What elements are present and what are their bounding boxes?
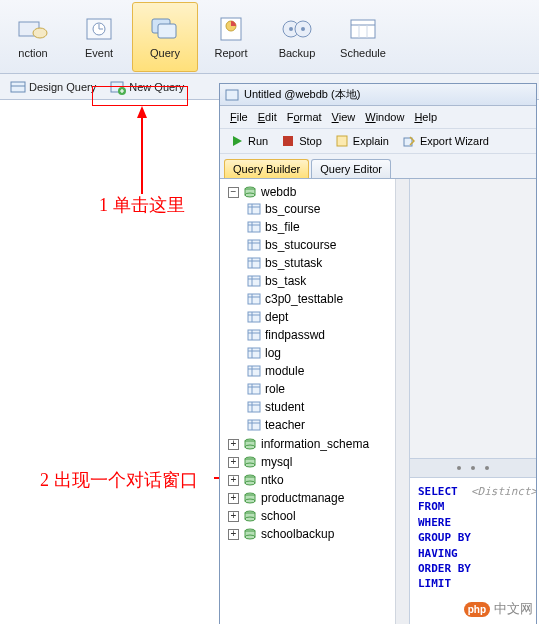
watermark-text: 中文网: [494, 600, 533, 618]
expand-icon[interactable]: +: [228, 457, 239, 468]
tab-query-editor[interactable]: Query Editor: [311, 159, 391, 178]
svg-rect-58: [248, 348, 260, 358]
toolbar-schedule[interactable]: Schedule: [330, 2, 396, 72]
db-schoolbackup[interactable]: +schoolbackup: [228, 526, 407, 542]
table-icon: [246, 255, 262, 271]
svg-rect-43: [248, 258, 260, 268]
svg-rect-14: [351, 20, 375, 38]
collapse-icon[interactable]: −: [228, 187, 239, 198]
svg-point-1: [33, 28, 47, 38]
svg-rect-64: [248, 384, 260, 394]
db-label: productmanage: [261, 491, 344, 505]
svg-point-90: [245, 535, 255, 539]
table-name: bs_stucourse: [265, 238, 336, 252]
table-row[interactable]: module: [246, 363, 407, 379]
svg-rect-40: [248, 240, 260, 250]
table-row[interactable]: teacher: [246, 417, 407, 433]
menu-window[interactable]: Window: [361, 109, 408, 125]
table-row[interactable]: bs_stucourse: [246, 237, 407, 253]
svg-rect-28: [283, 136, 293, 146]
menu-edit[interactable]: Edit: [254, 109, 281, 125]
table-row[interactable]: c3p0_testtable: [246, 291, 407, 307]
titlebar: Untitled @webdb (本地): [220, 84, 536, 106]
db-webdb[interactable]: − webdb: [228, 184, 407, 200]
menubar: FFileile Edit Format View Window Help: [220, 106, 536, 128]
table-row[interactable]: bs_stutask: [246, 255, 407, 271]
db-mysql[interactable]: +mysql: [228, 454, 407, 470]
expand-icon[interactable]: +: [228, 511, 239, 522]
svg-rect-29: [337, 136, 347, 146]
kw-from: FROM: [418, 500, 445, 513]
arrow-1: [128, 106, 158, 196]
menu-view[interactable]: View: [328, 109, 360, 125]
expand-icon[interactable]: +: [228, 439, 239, 450]
db-label: school: [261, 509, 296, 523]
table-name: dept: [265, 310, 288, 324]
table-icon: [246, 309, 262, 325]
table-icon: [246, 291, 262, 307]
table-name: teacher: [265, 418, 305, 432]
svg-rect-37: [248, 222, 260, 232]
export-label: Export Wizard: [420, 135, 489, 147]
menu-format[interactable]: Format: [283, 109, 326, 125]
table-row[interactable]: bs_file: [246, 219, 407, 235]
table-row[interactable]: log: [246, 345, 407, 361]
table-name: student: [265, 400, 304, 414]
table-row[interactable]: role: [246, 381, 407, 397]
database-icon: [242, 184, 258, 200]
new-query-button[interactable]: New Query: [104, 77, 190, 97]
table-name: bs_stutask: [265, 256, 322, 270]
db-school[interactable]: +school: [228, 508, 407, 524]
svg-rect-70: [248, 420, 260, 430]
table-icon: [246, 363, 262, 379]
db-ntko[interactable]: +ntko: [228, 472, 407, 488]
toolbar-backup[interactable]: Backup: [264, 2, 330, 72]
expand-icon[interactable]: +: [228, 493, 239, 504]
db-label: ntko: [261, 473, 284, 487]
toolbar-query[interactable]: Query: [132, 2, 198, 72]
connection-icon: [16, 15, 50, 43]
window-title: Untitled @webdb (本地): [244, 87, 360, 102]
table-name: role: [265, 382, 285, 396]
tab-query-builder[interactable]: Query Builder: [224, 159, 309, 178]
table-row[interactable]: findpasswd: [246, 327, 407, 343]
svg-point-11: [289, 27, 293, 31]
db-label: webdb: [261, 185, 296, 199]
db-tree-pane: − webdb bs_coursebs_filebs_stucoursebs_s…: [220, 179, 410, 624]
table-row[interactable]: bs_task: [246, 273, 407, 289]
watermark: php 中文网: [464, 600, 533, 618]
toolbar-event[interactable]: Event: [66, 2, 132, 72]
toolbar-report[interactable]: Report: [198, 2, 264, 72]
run-button[interactable]: Run: [224, 131, 273, 151]
toolbar-label: Backup: [279, 47, 316, 59]
table-row[interactable]: bs_course: [246, 201, 407, 217]
stop-button[interactable]: Stop: [275, 131, 327, 151]
kw-where: WHERE: [418, 516, 451, 529]
menu-file[interactable]: FFileile: [226, 109, 252, 125]
db-tree[interactable]: − webdb bs_coursebs_filebs_stucoursebs_s…: [222, 183, 407, 543]
builder-canvas: SELECT <Distinct> FROM WHERE GROUP BY HA…: [410, 179, 536, 624]
svg-point-13: [301, 27, 305, 31]
explain-button[interactable]: Explain: [329, 131, 394, 151]
menu-help[interactable]: Help: [410, 109, 441, 125]
kw-groupby: GROUP BY: [418, 531, 471, 544]
table-row[interactable]: dept: [246, 309, 407, 325]
database-icon: [242, 526, 258, 542]
table-row[interactable]: student: [246, 399, 407, 415]
svg-rect-26: [226, 90, 238, 100]
dock-handle[interactable]: [410, 459, 536, 477]
svg-rect-7: [158, 24, 176, 38]
db-productmanage[interactable]: +productmanage: [228, 490, 407, 506]
design-query-button[interactable]: Design Query: [4, 77, 102, 97]
toolbar-label: Query: [150, 47, 180, 59]
actionbar: Run Stop Explain Export Wizard: [220, 128, 536, 154]
db-information-schema[interactable]: +information_schema: [228, 436, 407, 452]
svg-rect-52: [248, 312, 260, 322]
tree-scrollbar[interactable]: [395, 179, 409, 624]
toolbar-connection[interactable]: nction: [0, 2, 66, 72]
expand-icon[interactable]: +: [228, 529, 239, 540]
expand-icon[interactable]: +: [228, 475, 239, 486]
canvas-area[interactable]: [410, 179, 536, 459]
export-wizard-button[interactable]: Export Wizard: [396, 131, 494, 151]
table-icon: [246, 219, 262, 235]
